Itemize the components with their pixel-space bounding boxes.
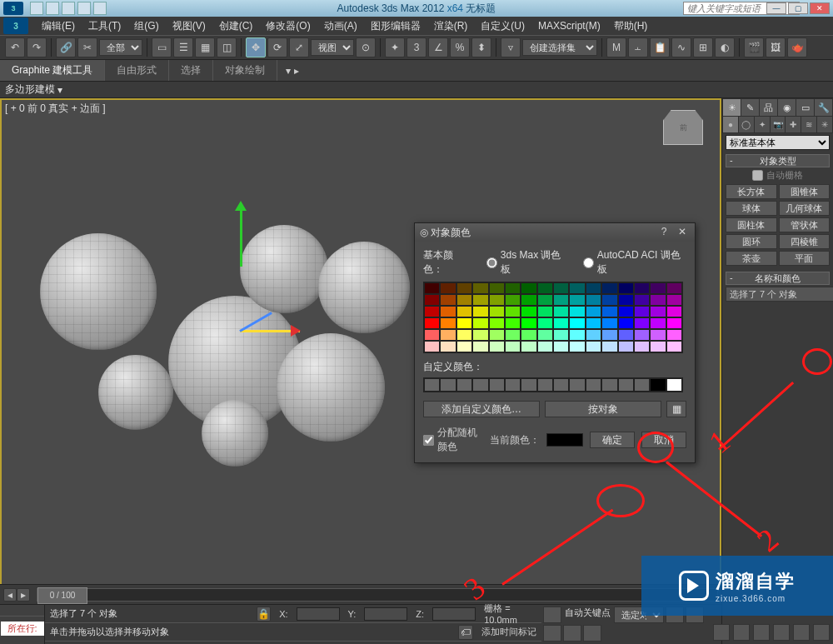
- palette-swatch[interactable]: [521, 317, 536, 329]
- dialog-help-icon[interactable]: ?: [656, 226, 671, 239]
- palette-swatch[interactable]: [456, 306, 472, 317]
- palette-swatch[interactable]: [553, 329, 569, 341]
- palette-swatch[interactable]: [537, 306, 553, 317]
- palette-swatch[interactable]: [424, 317, 440, 329]
- palette-swatch[interactable]: [601, 341, 617, 352]
- custom-swatch[interactable]: [601, 378, 617, 392]
- palette-swatch[interactable]: [666, 317, 682, 329]
- create-tab-icon[interactable]: ☀: [723, 99, 741, 116]
- palette-swatch[interactable]: [650, 294, 666, 306]
- y-input[interactable]: [364, 607, 407, 621]
- script-listener-button[interactable]: 所在行:: [1, 622, 44, 636]
- select-region-button[interactable]: ▦: [195, 37, 215, 57]
- palette-swatch[interactable]: [586, 341, 601, 352]
- palette-swatch[interactable]: [521, 282, 536, 294]
- material-button[interactable]: ◐: [715, 37, 735, 57]
- spacewarps-icon[interactable]: ≋: [801, 117, 816, 132]
- palette-swatch[interactable]: [650, 341, 666, 352]
- current-color-swatch[interactable]: [546, 433, 583, 447]
- maximize-button[interactable]: ▢: [788, 2, 808, 14]
- app-menu-button[interactable]: 3: [3, 17, 28, 34]
- geo-torus[interactable]: 圆环: [726, 234, 777, 249]
- ribbon-tab-paint[interactable]: 对象绘制: [213, 60, 277, 81]
- palette-swatch[interactable]: [634, 317, 650, 329]
- menu-group[interactable]: 组(G): [127, 17, 165, 36]
- rollout-name-color[interactable]: 名称和颜色: [726, 272, 830, 285]
- qat-icon[interactable]: [46, 2, 59, 15]
- custom-swatch[interactable]: [634, 378, 650, 392]
- scale-button[interactable]: ⤢: [289, 37, 309, 57]
- add-time-tag[interactable]: 添加时间标记: [481, 626, 536, 638]
- ribbon-tab-freeform[interactable]: 自由形式: [105, 60, 169, 81]
- ribbon-expand-icon[interactable]: ▾ ▸: [277, 63, 307, 78]
- close-button[interactable]: ✕: [810, 2, 830, 14]
- palette-swatch[interactable]: [553, 341, 569, 352]
- custom-swatch[interactable]: [521, 378, 536, 392]
- custom-swatch[interactable]: [472, 378, 488, 392]
- cameras-icon[interactable]: 📷: [771, 117, 786, 132]
- play-next-icon[interactable]: [563, 625, 581, 642]
- palette-swatch[interactable]: [569, 294, 585, 306]
- helpers-icon[interactable]: ✚: [786, 117, 801, 132]
- custom-swatch[interactable]: [424, 378, 440, 392]
- palette-swatch[interactable]: [489, 341, 505, 352]
- rollout-object-type[interactable]: 对象类型: [726, 154, 830, 167]
- palette-swatch[interactable]: [472, 329, 488, 341]
- palette-swatch[interactable]: [601, 329, 617, 341]
- viewcube[interactable]: 前: [663, 110, 703, 145]
- geometry-icon[interactable]: ●: [723, 117, 738, 132]
- modify-tab-icon[interactable]: ✎: [741, 99, 759, 116]
- custom-swatch[interactable]: [489, 378, 505, 392]
- palette-swatch[interactable]: [456, 341, 472, 352]
- palette-swatch[interactable]: [424, 306, 440, 317]
- play-icon[interactable]: [543, 625, 561, 642]
- palette-swatch[interactable]: [569, 317, 585, 329]
- geo-tube[interactable]: 管状体: [779, 217, 831, 232]
- palette-swatch[interactable]: [601, 282, 617, 294]
- palette-swatch[interactable]: [489, 306, 505, 317]
- scene-sphere[interactable]: [40, 233, 157, 350]
- custom-swatch[interactable]: [569, 378, 585, 392]
- maximize-viewport-icon[interactable]: [813, 624, 830, 641]
- palette-swatch[interactable]: [601, 317, 617, 329]
- shapes-icon[interactable]: ◯: [739, 117, 754, 132]
- palette-swatch[interactable]: [521, 294, 536, 306]
- palette-swatch[interactable]: [634, 341, 650, 352]
- custom-swatch[interactable]: [537, 378, 553, 392]
- palette-swatch[interactable]: [440, 317, 456, 329]
- lights-icon[interactable]: ✦: [755, 117, 770, 132]
- palette-swatch[interactable]: [618, 306, 634, 317]
- menu-help[interactable]: 帮助(H): [607, 17, 655, 36]
- percent-snap-button[interactable]: %: [450, 37, 470, 57]
- fov-icon[interactable]: [773, 624, 790, 641]
- custom-swatch[interactable]: [456, 378, 472, 392]
- z-input[interactable]: [432, 607, 476, 621]
- scene-sphere[interactable]: [318, 242, 410, 333]
- palette-swatch[interactable]: [569, 306, 585, 317]
- palette-swatch[interactable]: [618, 294, 634, 306]
- ribbon-tab-graphite[interactable]: Graphite 建模工具: [0, 60, 105, 81]
- orbit-icon[interactable]: [793, 624, 810, 641]
- palette-swatch[interactable]: [650, 282, 666, 294]
- assign-random-checkbox[interactable]: 分配随机颜色: [423, 426, 483, 454]
- menu-views[interactable]: 视图(V): [166, 17, 212, 36]
- palette-swatch[interactable]: [569, 282, 585, 294]
- link-button[interactable]: 🔗: [56, 37, 76, 57]
- custom-color-palette[interactable]: [423, 377, 683, 392]
- pan-icon[interactable]: [713, 624, 730, 641]
- qat-icon[interactable]: [77, 2, 91, 15]
- manip-button[interactable]: ✦: [385, 37, 405, 57]
- display-tab-icon[interactable]: ▭: [796, 99, 814, 116]
- palette-swatch[interactable]: [440, 329, 456, 341]
- viewport-label[interactable]: [ + 0 前 0 真实 + 边面 ]: [5, 102, 106, 116]
- palette-swatch[interactable]: [505, 341, 521, 352]
- layer-button[interactable]: 📋: [650, 37, 670, 57]
- palette-swatch[interactable]: [521, 341, 536, 352]
- palette-swatch[interactable]: [537, 317, 553, 329]
- palette-swatch[interactable]: [553, 306, 569, 317]
- palette-swatch[interactable]: [489, 317, 505, 329]
- palette-swatch[interactable]: [634, 282, 650, 294]
- palette-swatch[interactable]: [553, 294, 569, 306]
- palette-swatch[interactable]: [586, 329, 601, 341]
- pivot-button[interactable]: ⊙: [356, 37, 376, 57]
